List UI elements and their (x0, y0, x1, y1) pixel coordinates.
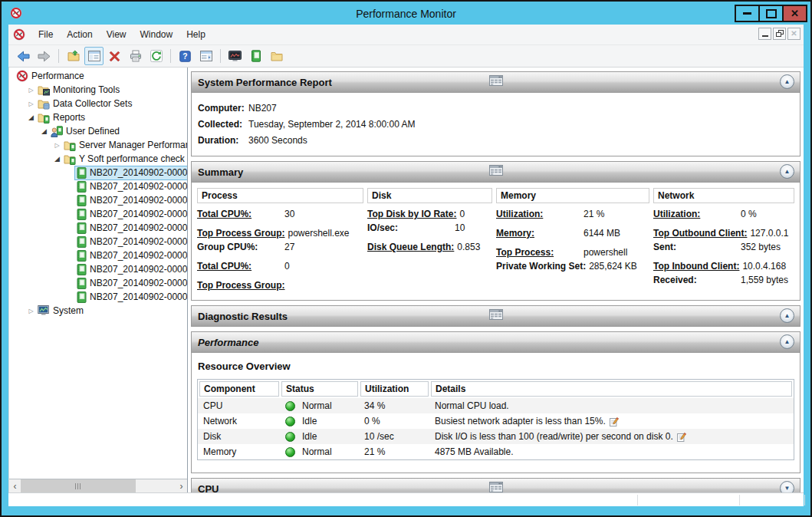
section-header-cpu[interactable]: CPU ▼ (192, 479, 800, 492)
tree-item-server-manager-performance[interactable]: ▷Server Manager Performance (9, 138, 187, 152)
tree-node[interactable]: Y Soft performance check (61, 152, 187, 166)
menu-file[interactable]: File (31, 26, 60, 43)
tree-item-user-defined[interactable]: ◢User Defined (9, 124, 187, 138)
expand-arrow-icon[interactable]: ▷ (27, 100, 35, 107)
help-button[interactable]: ? (176, 47, 195, 65)
summary-link-label[interactable]: Top Outbound Client: (653, 228, 747, 239)
tree-node[interactable]: Monitoring Tools (35, 83, 122, 97)
tree-item-nb207-20140902-000001[interactable]: NB207_20140902-000001 (9, 166, 187, 179)
collapse-arrow-icon[interactable]: ◢ (40, 127, 48, 135)
export-folder-icon (67, 50, 80, 62)
tree-item-nb207-20140902-000006[interactable]: NB207_20140902-000006 (9, 235, 187, 249)
tree-node[interactable]: NB207_20140902-000008 (74, 262, 187, 277)
tree-node[interactable]: NB207_20140902-000005 (74, 221, 187, 235)
tree-node[interactable]: User Defined (48, 124, 122, 139)
back-button[interactable] (14, 47, 33, 65)
summary-link-label[interactable]: Memory: (496, 228, 580, 239)
minimize-button[interactable] (735, 5, 760, 22)
tree-node[interactable]: NB207_20140902-000004 (74, 207, 187, 222)
tree-item-performance[interactable]: Performance (9, 69, 187, 83)
expand-arrow-icon[interactable]: ▷ (27, 87, 35, 94)
summary-link-label[interactable]: Disk Queue Length: (367, 242, 454, 252)
tree-node[interactable]: NB207_20140902-000006 (74, 235, 187, 249)
section-header-performance[interactable]: Performance ▲ (192, 332, 800, 353)
collapse-button[interactable]: ▲ (780, 164, 794, 179)
close-button[interactable]: ✕ (782, 5, 807, 22)
tree-node[interactable]: NB207_20140902-000010 (74, 290, 187, 305)
collapse-button[interactable]: ▼ (780, 481, 794, 492)
summary-link-label[interactable]: Total CPU%: (197, 209, 281, 219)
summary-link-label[interactable]: Top Process Group: (197, 228, 284, 239)
mdi-restore-icon (776, 30, 784, 38)
tree-item-monitoring-tools[interactable]: ▷Monitoring Tools (9, 83, 187, 97)
collapse-button[interactable]: ▲ (780, 334, 794, 349)
open-saved-log-button[interactable] (267, 47, 286, 65)
expand-arrow-icon[interactable]: ▷ (53, 142, 61, 149)
section-header-system-performance-report[interactable]: System Performance Report ▲ (192, 72, 800, 93)
export-list-button[interactable] (64, 47, 83, 65)
section-header-summary[interactable]: Summary ▲ (192, 162, 800, 183)
tree-node[interactable]: NB207_20140902-000009 (74, 276, 187, 291)
note-edit-icon[interactable] (610, 417, 619, 426)
scrollbar-thumb[interactable] (21, 479, 136, 492)
summary-value: 6144 MB (584, 228, 620, 239)
section-header-diagnostic-results[interactable]: Diagnostic Results ▲ (192, 306, 800, 326)
menu-view[interactable]: View (100, 26, 133, 43)
delete-button[interactable] (105, 47, 124, 65)
tree-item-reports[interactable]: ◢Reports (9, 110, 187, 124)
menu-window[interactable]: Window (133, 26, 180, 43)
tree-node[interactable]: Performance (14, 69, 87, 84)
tree-node[interactable]: System (35, 304, 86, 318)
tree-item-nb207-20140902-000004[interactable]: NB207_20140902-000004 (9, 207, 187, 221)
tree-node[interactable]: NB207_20140902-000003 (74, 193, 187, 208)
refresh-button[interactable] (146, 47, 166, 65)
tree-horizontal-scrollbar[interactable]: ‹ › (9, 479, 187, 492)
tree-node[interactable]: NB207_20140902-000002 (74, 179, 187, 194)
tree-item-nb207-20140902-000007[interactable]: NB207_20140902-000007 (9, 249, 187, 262)
tree-node[interactable]: NB207_20140902-000007 (74, 249, 187, 263)
summary-link-label[interactable]: Utilization: (653, 209, 738, 219)
title-bar[interactable]: Performance Monitor ✕ (3, 3, 809, 25)
forward-button[interactable] (35, 47, 54, 65)
summary-link-label[interactable]: Top Process: (496, 247, 580, 258)
tree-node[interactable]: NB207_20140902-000001 (74, 166, 187, 180)
tree-item-y-soft-performance-check[interactable]: ◢Y Soft performance check (9, 152, 187, 166)
tree-item-nb207-20140902-000009[interactable]: NB207_20140902-000009 (9, 276, 187, 290)
mdi-minimize-button[interactable] (758, 28, 771, 40)
scrollbar-track[interactable] (21, 479, 176, 492)
scroll-right-button[interactable]: › (176, 479, 187, 492)
collapse-arrow-icon[interactable]: ◢ (27, 114, 35, 121)
print-button[interactable] (126, 47, 145, 65)
maximize-button[interactable] (758, 5, 784, 22)
summary-link-label[interactable]: Top Process Group: (197, 280, 284, 291)
tree-item-data-collector-sets[interactable]: ▷Data Collector Sets (9, 97, 187, 110)
tree-node[interactable]: Reports (35, 110, 87, 125)
summary-link-label[interactable]: Total CPU%: (197, 261, 281, 272)
collapse-arrow-icon[interactable]: ◢ (53, 155, 61, 163)
summary-link-label[interactable]: Top Inbound Client: (653, 261, 739, 272)
show-hide-action-pane-button[interactable] (196, 47, 215, 65)
summary-link-label[interactable]: Utilization: (496, 209, 580, 219)
expand-arrow-icon[interactable]: ▷ (27, 308, 35, 314)
tree-item-nb207-20140902-000003[interactable]: NB207_20140902-000003 (9, 193, 187, 207)
menu-action[interactable]: Action (60, 26, 99, 43)
performance-monitor-view-button[interactable] (225, 47, 245, 65)
menu-help[interactable]: Help (179, 26, 212, 43)
collapse-button[interactable]: ▲ (780, 308, 794, 323)
tree-node[interactable]: Server Manager Performance (61, 138, 187, 153)
summary-link-label[interactable]: Top Disk by IO Rate: (367, 209, 456, 219)
scroll-left-button[interactable]: ‹ (9, 479, 21, 492)
tree-item-system[interactable]: ▷System (9, 304, 187, 318)
tree-item-nb207-20140902-000005[interactable]: NB207_20140902-000005 (9, 221, 187, 235)
mdi-close-button[interactable]: ✕ (787, 28, 800, 40)
tree-node[interactable]: Data Collector Sets (35, 97, 134, 111)
tree-item-nb207-20140902-000010[interactable]: NB207_20140902-000010 (9, 290, 187, 304)
data-collector-set-button[interactable] (246, 47, 265, 65)
note-edit-icon[interactable] (677, 432, 686, 442)
show-hide-console-tree-button[interactable] (84, 47, 104, 65)
tree-item-nb207-20140902-000008[interactable]: NB207_20140902-000008 (9, 262, 187, 276)
resource-overview-table: ComponentStatusUtilizationDetails CPUNor… (197, 379, 794, 460)
tree-item-nb207-20140902-000002[interactable]: NB207_20140902-000002 (9, 179, 187, 193)
mdi-restore-button[interactable] (773, 28, 786, 40)
collapse-button[interactable]: ▲ (780, 74, 794, 89)
